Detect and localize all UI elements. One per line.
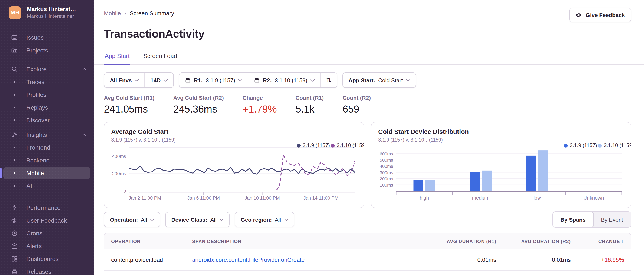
tab-screen-load[interactable]: Screen Load [142, 50, 178, 64]
filter-value: All [275, 216, 281, 223]
svg-text:Jan 6 11:00 PM: Jan 6 11:00 PM [188, 195, 220, 201]
bullet-icon [11, 107, 18, 108]
table-row-partial [104, 270, 631, 275]
sidebar-item-issues[interactable]: Issues [4, 31, 90, 44]
stat-count-r1: Count (R1)5.1k [296, 95, 324, 115]
user-org: Markus Hintersteiner [27, 13, 76, 19]
svg-text:0: 0 [124, 188, 126, 194]
projects-icon [11, 47, 18, 54]
sidebar-item-mobile[interactable]: Mobile [4, 167, 90, 179]
legend-item[interactable]: 3.1.10 (1159) [598, 142, 631, 148]
environment-filter-label: All Envs [110, 77, 132, 83]
sidebar-item-replays[interactable]: Replays [4, 101, 90, 114]
swap-releases-button[interactable]: ⇅ [320, 73, 337, 87]
release-r2-label: R2: [263, 77, 272, 83]
svg-text:200ms: 200ms [112, 171, 126, 176]
sidebar-item-label: AI [26, 182, 32, 189]
tab-app-start[interactable]: App Start [104, 50, 130, 64]
sidebar-section-insights[interactable]: Insights [4, 128, 90, 141]
sidebar-item-crons[interactable]: Crons [4, 227, 90, 240]
filter-row-secondary: Operation:AllDevice Class:AllGeo region:… [104, 211, 631, 228]
legend-label: 3.1.10 (1159) [337, 142, 364, 148]
env-date-group: All Envs 14D [104, 73, 174, 88]
sidebar-item-label: Releases [26, 268, 51, 275]
stat-avg-cold-start-r2: Avg Cold Start (R2)245.36ms [173, 95, 224, 115]
span-description-link[interactable]: androidx.core.content.FileProvider.onCre… [192, 257, 304, 263]
sidebar-item-ai[interactable]: AI [4, 179, 90, 192]
sidebar-item-label: Replays [26, 104, 48, 111]
give-feedback-label: Give Feedback [586, 12, 625, 18]
appstart-type-value: Cold Start [378, 77, 403, 83]
page-header: Mobile › Screen Summary Give Feedback Tr… [94, 0, 644, 65]
operation-filter[interactable]: Operation:All [104, 212, 160, 227]
sidebar-section-explore[interactable]: Explore [4, 63, 90, 76]
view-toggle: By SpansBy Event [552, 211, 631, 228]
toggle-by-event[interactable]: By Event [593, 212, 631, 227]
stat-value: 241.05ms [104, 103, 154, 115]
legend-item[interactable]: 3.1.10 (1159) [331, 142, 364, 148]
main-content: Mobile › Screen Summary Give Feedback Tr… [94, 0, 644, 275]
stat-count-r2: Count (R2)659 [342, 95, 371, 115]
performance-icon [11, 204, 18, 211]
legend-item[interactable]: 3.1.9 (1157) [297, 142, 330, 148]
sidebar-item-label: Frontend [26, 144, 50, 151]
cell-operation: contentprovider.load [104, 257, 185, 263]
tabs: App StartScreen Load [104, 50, 631, 64]
legend-dot-icon [297, 143, 300, 147]
svg-text:100ms: 100ms [380, 182, 393, 187]
svg-text:Jan 10 11:00 PM: Jan 10 11:00 PM [245, 195, 280, 201]
column-header-change[interactable]: CHANGE↓ [578, 238, 631, 244]
column-header-span-description[interactable]: SPAN DESCRIPTION [185, 238, 428, 244]
release-r1-selector[interactable]: R1: 3.1.9 (1157) [179, 73, 248, 87]
sidebar-item-label: Alerts [26, 243, 42, 249]
legend-item[interactable]: 3.1.9 (1157) [564, 142, 597, 148]
release-compare-group: R1: 3.1.9 (1157) R2: 3.1.10 (1159) ⇅ [179, 73, 337, 88]
column-header-avg-duration-r2[interactable]: AVG DURATION (R2) [503, 238, 578, 244]
appstart-type-filter[interactable]: App Start: Cold Start [343, 73, 416, 87]
sidebar-item-backend[interactable]: Backend [4, 154, 90, 167]
sidebar-item-profiles[interactable]: Profiles [4, 88, 90, 101]
chart-subtitle: 3.1.9 (1157) v. 3.1.10…(1159) [378, 137, 624, 142]
sidebar-item-dashboards[interactable]: Dashboards [4, 252, 90, 265]
stat-value: 5.1k [296, 103, 324, 115]
column-header-operation[interactable]: OPERATION [104, 238, 185, 244]
bullet-icon [11, 94, 18, 96]
user-menu[interactable]: MH Markus Hinterst… Markus Hintersteiner [0, 0, 94, 24]
chevron-up-icon [82, 67, 87, 72]
filter-value: All [141, 216, 147, 223]
releases-icon [11, 268, 18, 275]
sidebar-item-traces[interactable]: Traces [4, 76, 90, 88]
cell-change: +16.95% [578, 257, 631, 263]
sidebar-item-frontend[interactable]: Frontend [4, 141, 90, 154]
date-range-filter[interactable]: 14D [144, 73, 174, 87]
sidebar-item-releases[interactable]: Releases [4, 265, 90, 275]
legend-dot-icon [564, 143, 568, 147]
avg-cold-start-card: Average Cold Start 3.1.9 (1157) v. 3.1.1… [104, 122, 364, 208]
geo-region-filter[interactable]: Geo region:All [235, 212, 294, 227]
sidebar-item-user-feedback[interactable]: User Feedback [4, 214, 90, 227]
column-header-avg-duration-r1[interactable]: AVG DURATION (R1) [428, 238, 503, 244]
sidebar-item-performance[interactable]: Performance [4, 201, 90, 214]
release-r1-value: 3.1.9 (1157) [206, 77, 235, 83]
toggle-by-spans[interactable]: By Spans [552, 211, 594, 228]
svg-text:400ms: 400ms [380, 164, 393, 169]
device-class-filter[interactable]: Device Class:All [166, 212, 229, 227]
sidebar-item-discover[interactable]: Discover [4, 114, 90, 127]
release-r2-selector[interactable]: R2: 3.1.10 (1159) [248, 73, 320, 87]
give-feedback-button[interactable]: Give Feedback [570, 8, 631, 22]
breadcrumb-mobile[interactable]: Mobile [104, 10, 121, 17]
chevron-down-icon [310, 79, 314, 82]
svg-text:low: low [534, 195, 541, 201]
legend-label: 3.1.9 (1157) [302, 142, 330, 148]
sidebar-item-label: Projects [26, 47, 48, 54]
date-range-label: 14D [150, 77, 161, 83]
environment-filter[interactable]: All Envs [104, 73, 144, 87]
user-name: Markus Hinterst… [27, 6, 76, 12]
crons-icon [11, 230, 18, 237]
column-label: OPERATION [111, 238, 140, 244]
avatar: MH [8, 6, 21, 19]
sidebar-item-alerts[interactable]: Alerts [4, 240, 90, 252]
search-icon [11, 66, 18, 73]
sidebar-item-projects[interactable]: Projects [4, 44, 90, 57]
stat-avg-cold-start-r1: Avg Cold Start (R1)241.05ms [104, 95, 154, 115]
